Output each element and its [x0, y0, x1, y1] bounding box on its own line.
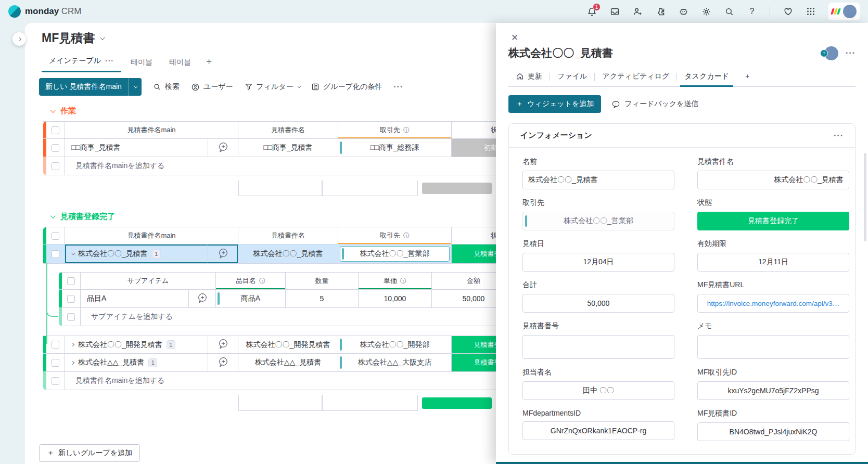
item-name-cell[interactable]: □□商事_見積書: [65, 139, 238, 157]
tab-files[interactable]: ファイル: [550, 68, 594, 86]
collapse-group-icon[interactable]: [50, 213, 56, 218]
apps-marketplace-icon[interactable]: [655, 6, 666, 17]
qty-cell[interactable]: 5: [286, 290, 359, 307]
status-cell[interactable]: 見積書登録完了: [452, 244, 496, 263]
collapse-subitems-icon[interactable]: [71, 251, 75, 255]
account-chip[interactable]: [828, 3, 860, 20]
column-header-client[interactable]: 取引先ⓘ: [338, 122, 452, 138]
item-name-cell[interactable]: 商品A: [216, 290, 286, 307]
assistant-bot-icon[interactable]: [678, 6, 688, 17]
row-checkbox[interactable]: [52, 250, 59, 258]
tab-activity-log[interactable]: アクティビティログ: [595, 68, 676, 86]
user-avatar[interactable]: [843, 5, 857, 18]
tab-table-3[interactable]: 테이블: [162, 55, 198, 72]
status-cell[interactable]: 初期設定: [452, 139, 496, 157]
tab-table-2[interactable]: 테이블: [123, 55, 160, 72]
toolbar-more-icon[interactable]: ···: [393, 82, 403, 92]
add-widget-button[interactable]: ＋ ウィジェットを追加: [508, 95, 601, 113]
expand-sidebar-button[interactable]: [12, 32, 26, 46]
board-title[interactable]: MF見積書: [42, 30, 104, 46]
add-owner-icon[interactable]: +: [820, 49, 828, 57]
add-item-row[interactable]: 見積書件名mainを追加する: [43, 372, 496, 390]
add-subitem-row[interactable]: サブアイテムを追加する: [59, 308, 496, 326]
info-icon[interactable]: ⓘ: [259, 277, 265, 286]
column-header-client[interactable]: 取引先ⓘ: [338, 227, 452, 244]
owner-avatar[interactable]: +: [824, 46, 838, 60]
unit-price-cell[interactable]: 10,000: [359, 290, 432, 307]
name-input[interactable]: 株式会社〇〇_見積書: [522, 171, 674, 189]
client-select[interactable]: 株式会社〇〇_営業部: [522, 212, 674, 230]
subitem-name-cell[interactable]: 品目A: [81, 290, 216, 307]
new-item-button[interactable]: 新しい 見積書件名main: [39, 78, 142, 96]
quote-no-input[interactable]: [522, 335, 674, 359]
monday-logo-icon[interactable]: [8, 5, 21, 18]
card-more-icon[interactable]: ···: [834, 131, 844, 140]
mf-departments-id-input[interactable]: GNrZnQxORkank1EAOCP-rg: [522, 421, 674, 440]
search-button[interactable]: 検索: [153, 82, 180, 92]
add-panel-tab-button[interactable]: ＋: [736, 68, 758, 86]
tab-menu-icon[interactable]: ···: [105, 57, 114, 65]
info-icon[interactable]: ⓘ: [400, 277, 406, 286]
tab-main-table[interactable]: メインテーブル ···: [42, 53, 121, 72]
item-title[interactable]: 株式会社〇〇_見積書: [508, 46, 613, 60]
expiry-input[interactable]: 12月11日: [697, 253, 849, 272]
total-input[interactable]: 50,000: [522, 294, 674, 313]
status-summary-bar[interactable]: [418, 181, 496, 196]
group-title-registered[interactable]: 見積書登録完了: [50, 212, 496, 222]
collapse-group-icon[interactable]: [50, 108, 56, 113]
item-name-cell[interactable]: 株式会社△△_見積書 1: [65, 354, 238, 371]
expand-subitems-icon[interactable]: [71, 343, 74, 346]
add-update-icon[interactable]: [218, 141, 229, 154]
status-summary-bar[interactable]: [418, 395, 496, 411]
tab-task-card[interactable]: タスクカード: [677, 68, 736, 86]
client-cell[interactable]: 株式会社△△_大阪支店: [338, 354, 452, 371]
column-header-name-main[interactable]: 見積書件名main: [65, 122, 238, 138]
notifications-bell-icon[interactable]: 1: [586, 6, 597, 17]
est-name-cell[interactable]: 株式会社〇〇_開発見積書: [238, 336, 338, 353]
row-checkbox[interactable]: [52, 341, 59, 349]
select-all-checkbox[interactable]: [52, 232, 59, 240]
expand-subitems-icon[interactable]: [71, 360, 74, 364]
settings-gear-icon[interactable]: [701, 6, 711, 17]
mf-url-link[interactable]: https://invoice.moneyforward.com/api/v3…: [697, 294, 849, 313]
client-cell[interactable]: 株式会社〇〇_開発部: [338, 336, 452, 353]
column-header-subitem[interactable]: サブアイテム: [81, 273, 216, 289]
item-name-cell[interactable]: 株式会社〇〇_見積書 1: [65, 244, 238, 263]
select-all-checkbox[interactable]: [67, 277, 75, 285]
status-cell[interactable]: 見積書登録完了: [452, 354, 496, 371]
column-header-status[interactable]: 状態: [452, 227, 496, 244]
column-header-unit-price[interactable]: 単価ⓘ: [359, 273, 432, 289]
add-update-icon[interactable]: [197, 292, 208, 305]
new-item-dropdown[interactable]: [128, 78, 142, 96]
filter-button[interactable]: フィルター: [245, 82, 300, 92]
add-group-button[interactable]: ＋ 新しいグループを追加: [39, 444, 140, 462]
est-name-cell[interactable]: □□商事_見積書: [238, 139, 338, 157]
tab-updates[interactable]: 更新: [508, 68, 550, 86]
est-name-cell[interactable]: 株式会社△△_見積書: [238, 354, 338, 371]
info-icon[interactable]: ⓘ: [403, 231, 410, 240]
column-header-est-name[interactable]: 見積書件名: [238, 227, 338, 244]
est-name-input[interactable]: 株式会社〇〇_見積書: [697, 171, 849, 189]
est-name-cell[interactable]: 株式会社〇〇_見積書: [238, 244, 338, 263]
row-checkbox[interactable]: [52, 144, 59, 152]
add-update-icon[interactable]: [218, 338, 229, 351]
mf-quote-id-input[interactable]: BN4O8twd_PJsl4juxNiK2Q: [697, 422, 849, 441]
column-header-qty[interactable]: 数量: [286, 273, 359, 289]
client-cell[interactable]: □□商事_総務課: [338, 139, 452, 157]
group-title-sagyou[interactable]: 作業: [50, 106, 496, 116]
row-checkbox[interactable]: [52, 359, 59, 367]
status-select[interactable]: 見積書登録完了: [697, 212, 849, 230]
column-header-item-name[interactable]: 品目名ⓘ: [216, 273, 286, 289]
amount-cell[interactable]: 50,000: [432, 290, 496, 307]
favorites-heart-icon[interactable]: [783, 6, 793, 17]
column-header-status[interactable]: 状態: [452, 122, 496, 138]
add-update-icon[interactable]: [218, 248, 229, 261]
row-checkbox[interactable]: [67, 295, 75, 303]
column-header-name-main[interactable]: 見積書件名main: [65, 227, 238, 244]
client-cell[interactable]: 株式会社〇〇_営業部: [338, 244, 452, 263]
item-name-cell[interactable]: 株式会社〇〇_開発見積書 1: [65, 336, 238, 353]
add-update-icon[interactable]: [218, 356, 229, 369]
panel-more-icon[interactable]: ···: [846, 48, 856, 58]
column-header-est-name[interactable]: 見積書件名: [238, 122, 338, 138]
board-title-chevron-icon[interactable]: [100, 35, 105, 40]
